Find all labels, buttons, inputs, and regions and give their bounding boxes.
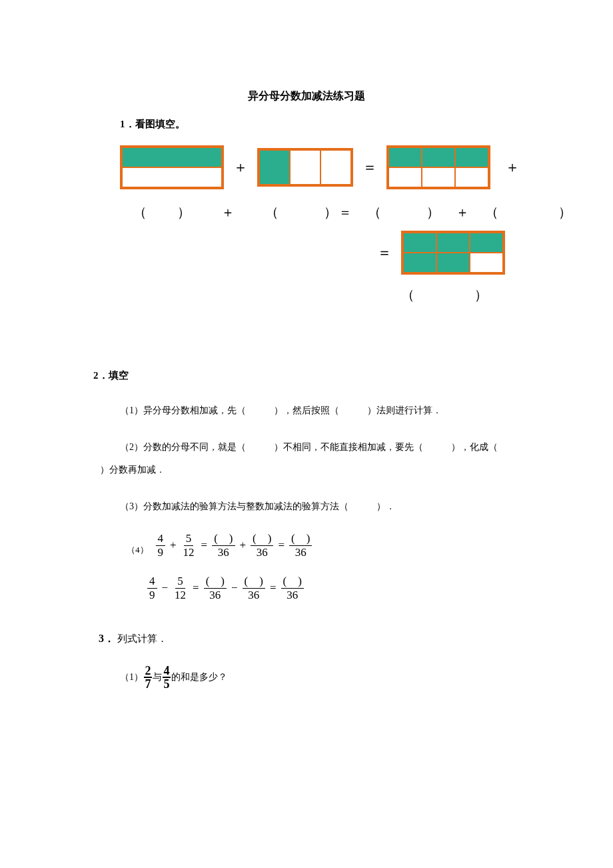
problem-3-number: 3． [99, 633, 115, 644]
diagram-result-blank: （ ） [401, 283, 560, 307]
minus-sign: − [162, 578, 169, 599]
equals-sign: = [270, 578, 277, 599]
plus-sign: ＋ [505, 154, 520, 181]
minus-sign: − [231, 578, 238, 599]
problem-1-diagram: ＋ ＝ ＋ （ ） ＋ （ ）＝ （ ） ＋ （ [120, 145, 560, 307]
diagram-row-1: ＋ ＝ ＋ [120, 145, 560, 189]
equals-sign: = [193, 578, 199, 599]
diagram-third-filled [257, 148, 353, 187]
q1-post: 的和是多少？ [171, 669, 227, 685]
problem-2-q1: （1）异分母分数相加减，先（ ），然后按照（ ）法则进行计算． [120, 401, 560, 421]
diagram-five-sixths [401, 231, 505, 275]
equals-sign: = [278, 535, 285, 556]
page-title: 异分母分数加减法练习题 [53, 87, 560, 106]
problem-2-q2-line1: （2）分数的分母不同，就是（ ）不相同，不能直接相加减，要先（ ），化成（ [120, 437, 560, 458]
problem-3-heading: 3． 列式计算． [99, 629, 560, 649]
q4-label: （4） [127, 542, 149, 557]
fraction: ( )36 [251, 532, 273, 559]
fraction: ( )36 [212, 532, 235, 559]
problem-2-q2-line2: ）分数再加减． [100, 460, 560, 481]
equals-sign: = [201, 535, 208, 556]
fraction: 49 [156, 532, 166, 559]
plus-sign: + [240, 535, 247, 556]
diagram-row-3: ＝ [368, 231, 560, 275]
plus-sign: ＋ [233, 154, 248, 181]
fraction: 27 [144, 665, 152, 690]
problem-2-q4-line2: 49 − 512 = ( )36 − ( )36 = ( )36 [145, 575, 560, 603]
q1-mid: 与 [153, 669, 162, 685]
fraction: 49 [147, 575, 157, 601]
fraction: 512 [173, 575, 188, 601]
diagram-blanks-row: （ ） ＋ （ ）＝ （ ） ＋ （ ） [120, 200, 560, 224]
problem-3-title: 列式计算． [117, 633, 167, 644]
blanks-text: （ ） ＋ （ ）＝ （ ） ＋ （ ） [133, 200, 573, 224]
problem-3-q1: （1） 27 与 45 的和是多少？ [120, 665, 560, 690]
fraction: ( )36 [289, 532, 312, 559]
q1-prefix: （1） [120, 669, 143, 685]
fraction: ( )36 [204, 575, 227, 601]
diagram-three-sixths [386, 145, 490, 189]
diagram-half-filled [120, 145, 224, 189]
eq-line-1: 49 + 512 = ( )36 + ( )36 = ( )36 [154, 532, 314, 559]
fraction: 45 [163, 665, 171, 690]
problem-1-heading: 1．看图填空。 [120, 115, 560, 133]
eq-line-2: 49 − 512 = ( )36 − ( )36 = ( )36 [145, 575, 306, 601]
plus-sign: + [170, 535, 177, 556]
equals-sign: ＝ [377, 239, 392, 266]
problem-2-q3: （3）分数加减法的验算方法与整数加减法的验算方法（ ）． [120, 497, 560, 517]
result-blank-text: （ ） [401, 287, 489, 302]
fraction: ( )36 [243, 575, 265, 601]
problem-2-heading: 2．填空 [93, 367, 560, 385]
problem-2-q4-line1: （4） 49 + 512 = ( )36 + ( )36 = ( )36 [127, 532, 560, 560]
fraction: 512 [181, 532, 197, 559]
equals-sign: ＝ [362, 154, 377, 181]
fraction: ( )36 [281, 575, 304, 601]
